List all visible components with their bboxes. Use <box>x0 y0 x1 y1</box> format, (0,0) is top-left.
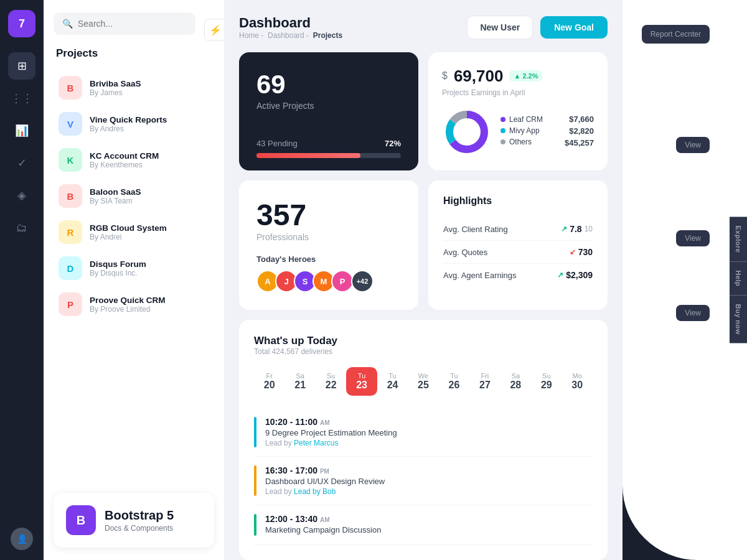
active-projects-card: 69 Active Projects 43 Pending 72% <box>239 52 418 170</box>
filter-button[interactable]: ⚡ <box>204 19 224 41</box>
view-button-3[interactable]: View <box>676 305 710 321</box>
project-item[interactable]: B Briviba SaaS By James <box>54 70 214 106</box>
project-author: By Andres <box>90 124 167 133</box>
earnings-badge: ▲ 2.2% <box>509 70 542 82</box>
day-item[interactable]: Sa21 <box>284 367 315 396</box>
report-center-button[interactable]: Report Cecnter <box>642 25 710 44</box>
event-person-link[interactable]: Lead by Bob <box>294 487 336 496</box>
day-item[interactable]: Fr20 <box>254 367 284 396</box>
professionals-card: 357 Professionals Today's Heroes AJSMP+4… <box>239 180 418 310</box>
highlights-title: Highlights <box>443 195 593 207</box>
legend-item: Mivy App <box>500 126 543 135</box>
pending-label: 43 Pending <box>256 139 298 148</box>
heroes-title: Today's Heroes <box>256 254 401 264</box>
event-title: Marketing Campaign Discussion <box>265 525 381 534</box>
professionals-count: 357 <box>256 198 401 232</box>
event-row: 16:30 - 17:00 PM Dashboard UI/UX Design … <box>254 457 593 505</box>
explore-tab[interactable]: Explore <box>730 217 747 261</box>
project-author: By Keenthemes <box>90 161 159 169</box>
docs-link[interactable]: Docs & Components <box>105 524 174 533</box>
project-logo: R <box>59 220 82 244</box>
active-projects-count: 69 <box>256 70 401 100</box>
day-item[interactable]: Tu24 <box>377 367 408 396</box>
day-item[interactable]: Tu23 <box>346 367 377 396</box>
project-author: By James <box>90 88 141 97</box>
project-item[interactable]: V Vine Quick Reports By Andres <box>54 106 214 142</box>
professionals-label: Professionals <box>256 232 401 242</box>
event-stripe <box>254 465 256 496</box>
search-input[interactable] <box>78 19 187 29</box>
project-logo: D <box>59 256 82 280</box>
project-name: Disqus Forum <box>90 259 146 269</box>
earnings-legend: Leaf CRMMivy AppOthers <box>500 115 543 149</box>
day-item[interactable]: Su22 <box>316 367 346 396</box>
project-logo: B <box>59 184 82 208</box>
day-item[interactable]: Sa28 <box>500 367 531 396</box>
help-tab[interactable]: Help <box>730 261 747 295</box>
buy-now-tab[interactable]: Buy now <box>730 295 747 343</box>
project-item[interactable]: B Baloon SaaS By SIA Team <box>54 178 214 214</box>
project-item[interactable]: K KC Account CRM By Keenthemes <box>54 142 214 178</box>
breadcrumb-home[interactable]: Home <box>239 31 259 40</box>
breadcrumb-projects[interactable]: Projects <box>313 31 342 40</box>
highlight-row: Avg. Client Rating ↗ 7.8 10 <box>443 218 593 241</box>
day-item[interactable]: Fri27 <box>469 367 500 396</box>
nav-grid-icon[interactable]: ⋮⋮ <box>8 85 35 112</box>
project-name: KC Account CRM <box>90 151 159 161</box>
left-navigation: 7 ⊞ ⋮⋮ 📊 ✓ ◈ 🗂 👤 <box>0 0 44 560</box>
right-tabs: Explore Help Buy now <box>730 217 747 343</box>
nav-folder-icon[interactable]: 🗂 <box>8 214 35 241</box>
bottom-user-avatar[interactable]: 👤 <box>11 528 33 550</box>
project-author: By Disqus Inc. <box>90 269 146 278</box>
page-title: Dashboard <box>239 15 342 31</box>
avatar-circle: P <box>331 270 354 292</box>
earnings-values: $7,660$2,820$45,257 <box>565 114 594 150</box>
nav-chart-icon[interactable]: 📊 <box>8 117 35 144</box>
project-name: Proove Quick CRM <box>90 296 166 305</box>
project-name: RGB Cloud System <box>90 223 167 233</box>
event-time: 16:30 - 17:00 PM <box>265 465 385 475</box>
earnings-currency: $ <box>442 66 448 86</box>
progress-bar-fill <box>256 153 360 158</box>
day-item[interactable]: Tu26 <box>439 367 469 396</box>
event-person-link[interactable]: Peter Marcus <box>294 439 338 447</box>
day-item[interactable]: We25 <box>408 367 438 396</box>
main-content: Dashboard Home - Dashboard - Projects Ne… <box>224 0 622 560</box>
project-item[interactable]: P Proove Quick CRM By Proove Limited <box>54 286 214 322</box>
legend-value: $2,820 <box>565 126 594 136</box>
legend-item: Others <box>500 138 543 146</box>
day-item[interactable]: Su29 <box>531 367 561 396</box>
legend-value: $45,257 <box>565 138 594 147</box>
search-icon: 🔍 <box>62 19 73 29</box>
project-logo: B <box>59 76 82 100</box>
nav-dashboard-icon[interactable]: ⊞ <box>8 52 35 80</box>
event-stripe <box>254 514 256 536</box>
project-name: Baloon SaaS <box>90 187 141 197</box>
nav-layers-icon[interactable]: ◈ <box>8 182 35 209</box>
project-logo: P <box>59 292 82 316</box>
user-avatar-number[interactable]: 7 <box>8 10 35 37</box>
event-time: 10:20 - 11:00 AM <box>265 417 397 427</box>
earnings-subtitle: Projects Earnings in April <box>442 88 594 97</box>
project-item[interactable]: D Disqus Forum By Disqus Inc. <box>54 250 214 286</box>
project-author: By Proove Limited <box>90 305 166 314</box>
main-header: Dashboard Home - Dashboard - Projects Ne… <box>239 15 608 40</box>
new-user-button[interactable]: New User <box>467 16 533 39</box>
view-button-1[interactable]: View <box>676 137 710 153</box>
nav-check-icon[interactable]: ✓ <box>8 149 35 177</box>
view-button-2[interactable]: View <box>676 230 710 246</box>
sidebar: 🔍 ⚡ Projects B Briviba SaaS By James V V… <box>44 0 224 560</box>
avatar-more: +42 <box>351 270 374 292</box>
breadcrumb-dashboard[interactable]: Dashboard <box>268 31 304 40</box>
day-item[interactable]: Mo30 <box>562 367 593 396</box>
highlight-label: Avg. Client Rating <box>443 225 508 234</box>
active-projects-label: Active Projects <box>256 101 401 111</box>
new-goal-button[interactable]: New Goal <box>540 16 608 39</box>
schedule-card: What's up Today Total 424,567 deliveries… <box>239 320 608 560</box>
earnings-amount: 69,700 <box>454 67 504 86</box>
schedule-subtitle: Total 424,567 deliveries <box>254 347 593 356</box>
highlight-row: Avg. Quotes ↙ 730 <box>443 241 593 264</box>
project-item[interactable]: R RGB Cloud System By Andrei <box>54 214 214 250</box>
project-name: Vine Quick Reports <box>90 115 167 124</box>
highlight-label: Avg. Quotes <box>443 248 487 257</box>
